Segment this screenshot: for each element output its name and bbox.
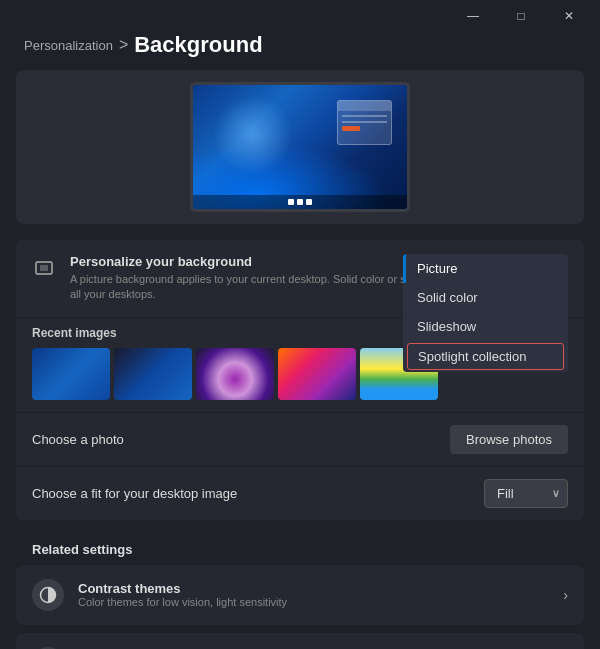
monitor-preview xyxy=(190,82,410,212)
monitor-window-line xyxy=(342,121,387,123)
main-content: Personalize your background A picture ba… xyxy=(0,240,600,649)
help-header[interactable]: Help with Background ∧ xyxy=(16,633,584,649)
option-spotlight[interactable]: Spotlight collection xyxy=(407,343,564,370)
fit-select-wrapper: Fill Fit Stretch Tile Center Span ∨ xyxy=(484,479,568,508)
monitor-window-button xyxy=(342,126,360,131)
page-header: Personalization > Background xyxy=(0,32,600,70)
background-options: Picture Solid color Slideshow Spotlight … xyxy=(403,254,568,372)
related-settings-heading: Related settings xyxy=(16,528,584,565)
chevron-right-icon: › xyxy=(563,587,568,603)
taskbar-dot xyxy=(306,199,312,205)
preview-area xyxy=(16,70,584,224)
choose-fit-label: Choose a fit for your desktop image xyxy=(32,486,237,501)
personalize-header: Personalize your background A picture ba… xyxy=(16,240,584,317)
svg-rect-1 xyxy=(40,265,48,271)
choose-photo-row: Choose a photo Browse photos xyxy=(16,412,584,466)
thumbnail-1[interactable] xyxy=(32,348,110,400)
taskbar-dot xyxy=(288,199,294,205)
monitor-window xyxy=(337,100,392,145)
taskbar-dot xyxy=(297,199,303,205)
option-picture[interactable]: Picture xyxy=(403,254,568,283)
thumbnail-2[interactable] xyxy=(114,348,192,400)
maximize-button[interactable]: □ xyxy=(498,0,544,32)
option-picture-label: Picture xyxy=(417,261,457,276)
contrast-icon xyxy=(32,579,64,611)
minimize-button[interactable]: — xyxy=(450,0,496,32)
monitor-window-line xyxy=(342,115,387,117)
option-slideshow[interactable]: Slideshow xyxy=(403,312,568,341)
option-spotlight-label: Spotlight collection xyxy=(418,349,526,364)
option-slideshow-label: Slideshow xyxy=(417,319,476,334)
thumbnail-4[interactable] xyxy=(278,348,356,400)
close-button[interactable]: ✕ xyxy=(546,0,592,32)
choose-fit-row: Choose a fit for your desktop image Fill… xyxy=(16,466,584,520)
browse-photos-button[interactable]: Browse photos xyxy=(450,425,568,454)
breadcrumb: Personalization > Background xyxy=(24,32,576,58)
contrast-themes-text: Contrast themes Color themes for low vis… xyxy=(78,581,287,608)
option-solid-color[interactable]: Solid color xyxy=(403,283,568,312)
breadcrumb-separator: > xyxy=(119,36,128,54)
thumbnail-3[interactable] xyxy=(196,348,274,400)
contrast-themes-description: Color themes for low vision, light sensi… xyxy=(78,596,287,608)
choose-photo-label: Choose a photo xyxy=(32,432,124,447)
monitor-window-bar xyxy=(338,101,391,111)
title-bar: — □ ✕ xyxy=(0,0,600,32)
fit-select[interactable]: Fill Fit Stretch Tile Center Span xyxy=(484,479,568,508)
help-background-item: Help with Background ∧ Getting new wallp… xyxy=(16,633,584,649)
breadcrumb-parent[interactable]: Personalization xyxy=(24,38,113,53)
option-solid-color-label: Solid color xyxy=(417,290,478,305)
monitor-taskbar xyxy=(193,195,407,209)
personalize-card: Personalize your background A picture ba… xyxy=(16,240,584,520)
contrast-themes-title: Contrast themes xyxy=(78,581,287,596)
personalize-icon xyxy=(32,256,56,280)
contrast-themes-item[interactable]: Contrast themes Color themes for low vis… xyxy=(16,565,584,625)
page-title: Background xyxy=(134,32,262,58)
